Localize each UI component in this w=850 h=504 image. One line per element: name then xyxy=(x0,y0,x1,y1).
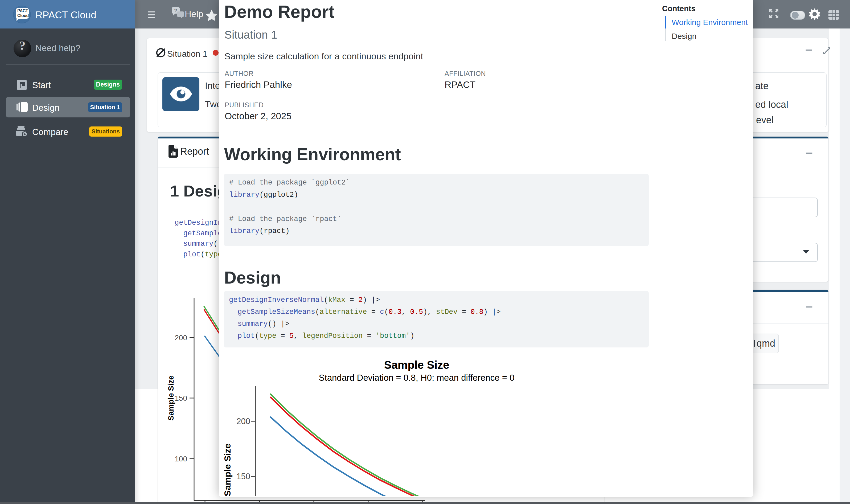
svg-text:Sample Size: Sample Size xyxy=(384,359,449,371)
svg-text:200: 200 xyxy=(175,334,187,342)
svg-text:Sample Size: Sample Size xyxy=(167,375,175,420)
svg-text:Standard Deviation = 0.8, H0:: Standard Deviation = 0.8, H0: mean diffe… xyxy=(319,373,514,383)
svg-text:Sample Size: Sample Size xyxy=(223,444,232,496)
svg-text:150: 150 xyxy=(236,472,250,481)
svg-text:100: 100 xyxy=(175,455,187,463)
svg-text:150: 150 xyxy=(175,394,187,402)
svg-text:200: 200 xyxy=(236,417,250,426)
svg-text:?: ? xyxy=(174,8,177,13)
